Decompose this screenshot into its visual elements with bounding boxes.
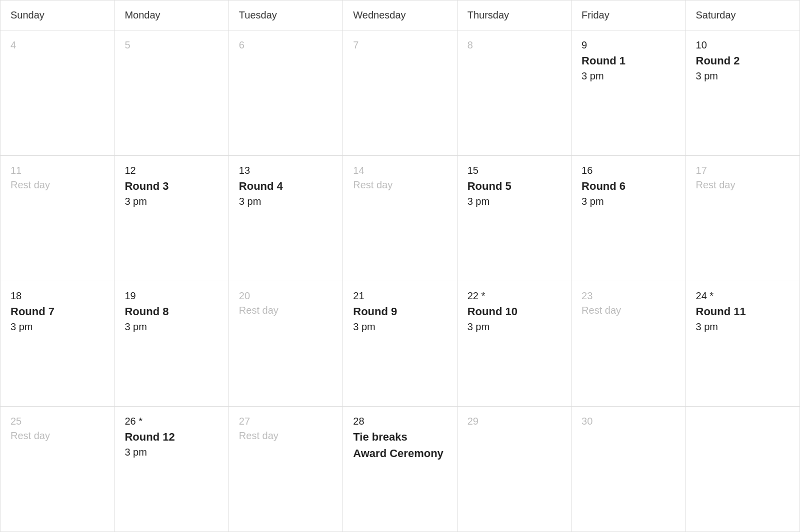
calendar-cell: 26 *Round 123 pm xyxy=(114,407,228,532)
event-name: Round 6 xyxy=(582,179,675,194)
rest-day-label: Rest day xyxy=(353,179,446,191)
day-number: 19 xyxy=(124,290,218,302)
calendar-cell: 28Tie breaksAward Ceremony xyxy=(343,407,457,532)
calendar-cell xyxy=(686,407,800,532)
day-number: 11 xyxy=(10,165,104,176)
calendar-cell: 18Round 73 pm xyxy=(0,281,114,407)
calendar-row: 456789Round 13 pm10Round 23 pm xyxy=(0,30,800,156)
rest-day-label: Rest day xyxy=(696,179,790,191)
day-number: 18 xyxy=(10,290,104,302)
day-number: 7 xyxy=(353,39,446,51)
day-number: 14 xyxy=(353,165,446,176)
day-number: 12 xyxy=(124,165,218,176)
calendar-cell: 24 *Round 113 pm xyxy=(686,281,800,407)
day-number: 9 xyxy=(582,39,675,51)
day-number: 30 xyxy=(582,416,675,427)
calendar-cell: 15Round 53 pm xyxy=(457,156,571,281)
event-name: Round 12 xyxy=(124,430,218,445)
day-number: 23 xyxy=(582,290,675,302)
calendar-cell: 19Round 83 pm xyxy=(114,281,228,407)
day-number: 24 * xyxy=(696,290,790,302)
event-name: Round 3 xyxy=(124,179,218,194)
day-number: 25 xyxy=(10,416,104,427)
calendar-cell: 22 *Round 103 pm xyxy=(457,281,571,407)
event-name: Round 4 xyxy=(239,179,332,194)
calendar-cell: 13Round 43 pm xyxy=(228,156,342,281)
column-header-wednesday: Wednesday xyxy=(343,0,457,30)
day-number: 20 xyxy=(239,290,332,302)
day-number: 17 xyxy=(696,165,790,176)
column-header-thursday: Thursday xyxy=(457,0,571,30)
calendar-cell: 25Rest day xyxy=(0,407,114,532)
rest-day-label: Rest day xyxy=(582,305,675,316)
day-number: 15 xyxy=(468,165,561,176)
calendar-cell: 8 xyxy=(457,30,571,156)
calendar-cell: 17Rest day xyxy=(686,156,800,281)
event-time: 3 pm xyxy=(582,196,675,207)
calendar-row: 18Round 73 pm19Round 83 pm20Rest day21Ro… xyxy=(0,281,800,407)
event-time: 3 pm xyxy=(582,70,675,82)
event-name: Tie breaks xyxy=(353,430,446,445)
column-header-friday: Friday xyxy=(572,0,686,30)
calendar-cell: 10Round 23 pm xyxy=(686,30,800,156)
calendar-row: 11Rest day12Round 33 pm13Round 43 pm14Re… xyxy=(0,156,800,281)
day-number: 5 xyxy=(124,39,218,51)
calendar-cell: 21Round 93 pm xyxy=(343,281,457,407)
calendar-cell: 7 xyxy=(343,30,457,156)
event-time: 3 pm xyxy=(239,196,332,207)
event-name: Round 1 xyxy=(582,54,675,68)
event-name: Round 11 xyxy=(696,305,790,319)
event-time: 3 pm xyxy=(353,321,446,333)
event-time: 3 pm xyxy=(696,321,790,333)
calendar-cell: 29 xyxy=(457,407,571,532)
calendar-cell: 16Round 63 pm xyxy=(572,156,686,281)
event-name: Round 5 xyxy=(468,179,561,194)
column-header-saturday: Saturday xyxy=(686,0,800,30)
rest-day-label: Rest day xyxy=(10,430,104,442)
day-number: 29 xyxy=(468,416,561,427)
calendar-cell: 9Round 13 pm xyxy=(572,30,686,156)
event-time: 3 pm xyxy=(468,196,561,207)
column-header-tuesday: Tuesday xyxy=(228,0,342,30)
calendar-cell: 27Rest day xyxy=(228,407,342,532)
event-name: Round 2 xyxy=(696,54,790,68)
rest-day-label: Rest day xyxy=(239,305,332,316)
event-time: 3 pm xyxy=(10,321,104,333)
event-time: 3 pm xyxy=(124,447,218,458)
column-header-monday: Monday xyxy=(114,0,228,30)
day-number: 16 xyxy=(582,165,675,176)
event-time: 3 pm xyxy=(468,321,561,333)
day-number: 4 xyxy=(10,39,104,51)
calendar-cell: 11Rest day xyxy=(0,156,114,281)
event-time: 3 pm xyxy=(124,196,218,207)
calendar-cell: 6 xyxy=(228,30,342,156)
rest-day-label: Rest day xyxy=(239,430,332,442)
event-time: 3 pm xyxy=(696,70,790,82)
calendar-cell: 20Rest day xyxy=(228,281,342,407)
event-name: Round 7 xyxy=(10,305,104,319)
event-time: 3 pm xyxy=(124,321,218,333)
rest-day-label: Rest day xyxy=(10,179,104,191)
event-name: Round 8 xyxy=(124,305,218,319)
calendar-cell: 30 xyxy=(572,407,686,532)
calendar-cell: 23Rest day xyxy=(572,281,686,407)
day-number: 6 xyxy=(239,39,332,51)
day-number: 10 xyxy=(696,39,790,51)
calendar-cell: 12Round 33 pm xyxy=(114,156,228,281)
calendar-cell: 4 xyxy=(0,30,114,156)
day-number: 13 xyxy=(239,165,332,176)
column-header-sunday: Sunday xyxy=(0,0,114,30)
day-number: 26 * xyxy=(124,416,218,427)
calendar-cell: 14Rest day xyxy=(343,156,457,281)
calendar-table: SundayMondayTuesdayWednesdayThursdayFrid… xyxy=(0,0,800,532)
calendar-cell: 5 xyxy=(114,30,228,156)
day-number: 28 xyxy=(353,416,446,427)
day-number: 22 * xyxy=(468,290,561,302)
event-name: Round 10 xyxy=(468,305,561,319)
day-number: 8 xyxy=(468,39,561,51)
day-number: 27 xyxy=(239,416,332,427)
event-name: Round 9 xyxy=(353,305,446,319)
event-name: Award Ceremony xyxy=(353,447,446,461)
day-number: 21 xyxy=(353,290,446,302)
calendar-row: 25Rest day26 *Round 123 pm27Rest day28Ti… xyxy=(0,407,800,532)
